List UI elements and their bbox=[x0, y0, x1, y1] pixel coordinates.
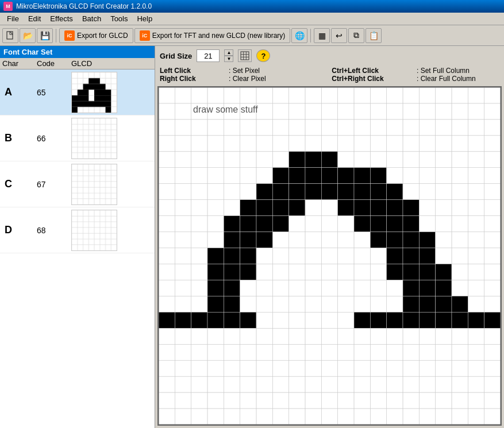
menu-effects[interactable]: Effects bbox=[45, 13, 78, 24]
char-b-code: 66 bbox=[37, 134, 71, 143]
col-code: Code bbox=[37, 59, 71, 68]
font-char-set-header: Font Char Set bbox=[0, 46, 155, 58]
menu-batch[interactable]: Batch bbox=[78, 13, 106, 24]
export-glcd-button[interactable]: iC Export for GLCD bbox=[59, 28, 133, 43]
app-icon: M bbox=[3, 2, 13, 11]
paste-button[interactable]: 📋 bbox=[366, 28, 382, 43]
char-a-code: 65 bbox=[37, 88, 71, 97]
grid-button[interactable]: ▦ bbox=[314, 28, 330, 43]
grid-size-up[interactable]: ▲ bbox=[224, 49, 233, 56]
char-c-preview bbox=[71, 164, 117, 205]
separator-2 bbox=[310, 29, 311, 43]
separator-1 bbox=[56, 29, 56, 43]
export-glcd-label: Export for GLCD bbox=[77, 32, 128, 40]
instr-ctrl-right-key: Ctrl+Right Click bbox=[332, 75, 407, 83]
char-list: A 65 B 66 C 67 D 68 bbox=[0, 70, 155, 428]
char-b-preview bbox=[71, 118, 117, 159]
menu-tools[interactable]: Tools bbox=[106, 13, 132, 24]
help-button[interactable]: ? bbox=[256, 49, 270, 62]
instr-left-click-sep: : Set Pixel bbox=[229, 67, 290, 75]
char-row-b[interactable]: B 66 bbox=[0, 115, 155, 161]
char-row-d[interactable]: D 68 bbox=[0, 207, 155, 253]
export-glcd-icon: iC bbox=[64, 30, 75, 41]
col-glcd: GLCD bbox=[71, 59, 152, 68]
export-tft-label: Export for TFT and new GLCD (new library… bbox=[152, 32, 286, 40]
menu-bar: File Edit Effects Batch Tools Help bbox=[0, 13, 504, 25]
char-d-preview bbox=[71, 210, 117, 251]
toolbar: 📂 💾 iC Export for GLCD iC Export for TFT… bbox=[0, 25, 504, 46]
col-char: Char bbox=[2, 59, 37, 68]
export-tft-button[interactable]: iC Export for TFT and new GLCD (new libr… bbox=[134, 28, 291, 43]
right-panel: Grid Size ▲ ▼ ? Left Click : Set Pixel bbox=[155, 46, 504, 428]
svg-marker-2 bbox=[10, 32, 13, 34]
char-list-header: Char Code GLCD bbox=[0, 58, 155, 70]
instr-spacer2 bbox=[299, 75, 322, 83]
char-a-label: A bbox=[2, 84, 37, 101]
instructions: Left Click : Set Pixel Ctrl+Left Click :… bbox=[157, 65, 502, 84]
menu-file[interactable]: File bbox=[2, 13, 24, 24]
left-panel: Font Char Set Char Code GLCD A 65 B 66 C… bbox=[0, 46, 155, 428]
title-bar: M MikroElektronika GLCD Font Creator 1.2… bbox=[0, 0, 504, 13]
char-row-c[interactable]: C 67 bbox=[0, 161, 155, 207]
char-c-code: 67 bbox=[37, 180, 71, 189]
pixel-canvas[interactable] bbox=[159, 87, 501, 425]
title-text: MikroElektronika GLCD Font Creator 1.2.0… bbox=[16, 2, 152, 10]
char-row-a[interactable]: A 65 bbox=[0, 70, 155, 115]
menu-help[interactable]: Help bbox=[132, 13, 157, 24]
instr-right-click-sep: : Clear Pixel bbox=[229, 75, 290, 83]
svg-rect-3 bbox=[241, 52, 249, 60]
new-button[interactable] bbox=[2, 28, 18, 43]
instr-left-click-key: Left Click bbox=[160, 67, 220, 75]
instr-ctrl-left-key: Ctrl+Left Click bbox=[332, 67, 407, 75]
web-button[interactable]: 🌐 bbox=[291, 28, 307, 43]
main-layout: Font Char Set Char Code GLCD A 65 B 66 C… bbox=[0, 46, 504, 428]
export-tft-icon: iC bbox=[140, 30, 150, 41]
grid-size-label: Grid Size bbox=[160, 52, 192, 60]
undo-button[interactable]: ↩ bbox=[331, 28, 347, 43]
char-b-label: B bbox=[2, 130, 37, 146]
grid-size-spinner: ▲ ▼ bbox=[224, 49, 233, 62]
instr-ctrl-right-desc: : Clear Full Column bbox=[417, 75, 499, 83]
char-c-label: C bbox=[2, 176, 37, 192]
instr-right-click-key: Right Click bbox=[160, 75, 220, 83]
controls-bar: Grid Size ▲ ▼ ? bbox=[157, 48, 502, 63]
open-button[interactable]: 📂 bbox=[20, 28, 36, 43]
instr-spacer1 bbox=[299, 67, 322, 75]
instr-ctrl-left-desc: : Set Full Column bbox=[417, 67, 499, 75]
grid-size-down[interactable]: ▼ bbox=[224, 56, 233, 62]
grid-size-input[interactable] bbox=[197, 49, 220, 62]
grid-toggle-button[interactable] bbox=[238, 49, 252, 62]
save-button[interactable]: 💾 bbox=[37, 28, 53, 43]
menu-edit[interactable]: Edit bbox=[24, 13, 45, 24]
char-a-preview bbox=[71, 72, 117, 113]
char-d-code: 68 bbox=[37, 226, 71, 235]
grid-container[interactable]: draw some stuff bbox=[157, 86, 502, 426]
char-d-label: D bbox=[2, 222, 37, 238]
copy-button[interactable]: ⧉ bbox=[348, 28, 364, 43]
